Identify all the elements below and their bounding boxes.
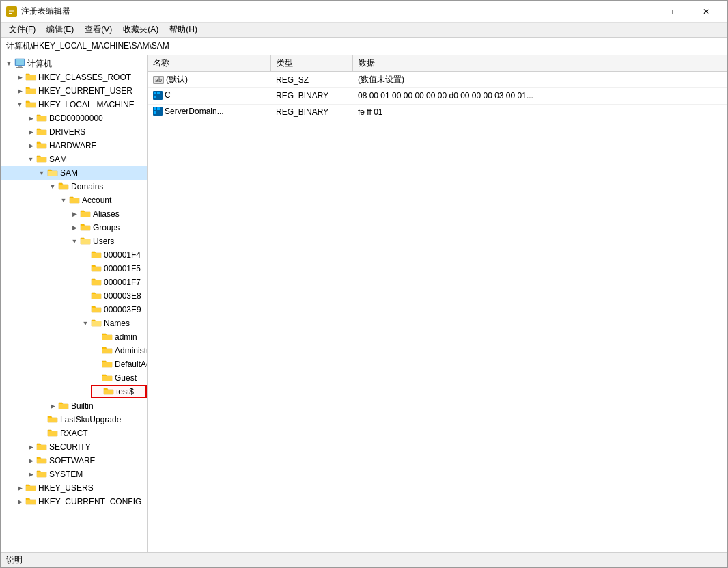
tree-item-software[interactable]: ▶ SOFTWARE	[1, 454, 147, 468]
tree-item-domains[interactable]: ▼ Domains	[1, 180, 147, 193]
tree-item-builtin[interactable]: ▶ Builtin	[1, 399, 147, 413]
toggle-aliases[interactable]: ▶	[69, 208, 80, 219]
tree-item-000001f5[interactable]: ▶ 000001F5	[1, 262, 147, 275]
title-bar-left: 注册表编辑器	[6, 5, 70, 17]
reg-name-serverdomain: ServerDomain...	[148, 104, 270, 120]
tree-item-hkcc[interactable]: ▶ HKEY_CURRENT_CONFIG	[1, 495, 147, 509]
tree-label-builtin: Builtin	[71, 401, 94, 411]
tree-item-administrator[interactable]: Administr...	[1, 344, 147, 357]
svg-rect-9	[154, 92, 156, 94]
table-row[interactable]: ab (默认) REG_SZ (数值未设置)	[148, 72, 727, 88]
tree-item-hku[interactable]: ▶ HKEY_USERS	[1, 481, 147, 495]
toggle-computer[interactable]: ▼	[3, 58, 14, 69]
folder-icon-administrator	[102, 345, 113, 357]
menu-file[interactable]: 文件(F)	[3, 23, 41, 37]
tree-label-users: Users	[93, 236, 114, 246]
tree-label-hku: HKEY_USERS	[38, 483, 94, 493]
tree-item-computer[interactable]: ▼ 计算机	[1, 57, 147, 70]
tree-item-aliases[interactable]: ▶ Aliases	[1, 207, 147, 221]
tree-item-hardware[interactable]: ▶ HARDWARE	[1, 139, 147, 152]
tree-item-groups[interactable]: ▶ Groups	[1, 221, 147, 234]
folder-icon-hkcc	[25, 496, 36, 508]
toggle-hardware[interactable]: ▶	[25, 140, 36, 151]
folder-icon-names	[91, 318, 102, 329]
toggle-sam-root[interactable]: ▼	[25, 154, 36, 165]
reg-data-default: (数值未设置)	[352, 72, 727, 88]
tree-item-rxact[interactable]: RXACT	[1, 427, 147, 440]
folder-icon-bcd	[36, 113, 47, 124]
folder-icon-users	[80, 236, 91, 247]
table-row[interactable]: C REG_BINARY 08 00 01 00 00 00 00 00 d0 …	[148, 88, 727, 105]
binary-icon-c	[153, 91, 163, 100]
col-header-type: 类型	[270, 55, 352, 72]
folder-icon-drivers	[36, 126, 47, 138]
tree-item-000003e8[interactable]: ▶ 000003E8	[1, 289, 147, 303]
folder-icon-hardware	[36, 140, 47, 152]
folder-icon-000003e9	[91, 304, 102, 316]
reg-name-label-serverdomain: ServerDomain...	[165, 107, 224, 116]
tree-item-hklm[interactable]: ▼ HKEY_LOCAL_MACHINE	[1, 98, 147, 111]
tree-label-000003e9: 000003E9	[104, 305, 141, 314]
toggle-users[interactable]: ▼	[69, 236, 80, 247]
tree-item-system[interactable]: ▶ SYSTEM	[1, 468, 147, 481]
toggle-bcd[interactable]: ▶	[25, 113, 36, 124]
toggle-domains[interactable]: ▼	[47, 181, 58, 192]
folder-icon-sam-sam	[47, 167, 58, 179]
toggle-builtin[interactable]: ▶	[47, 401, 58, 411]
tree-item-names[interactable]: ▼ Names	[1, 316, 147, 330]
toggle-system[interactable]: ▶	[25, 469, 36, 480]
tree-item-sam-sam[interactable]: ▼ SAM	[1, 166, 147, 180]
svg-rect-7	[16, 59, 24, 65]
toggle-names[interactable]: ▼	[80, 318, 91, 329]
tree-item-hkcr[interactable]: ▶ HKEY_CLASSES_ROOT	[1, 70, 147, 84]
detail-pane: 名称 类型 数据 ab (默认) REG_SZ	[148, 55, 727, 552]
toggle-account[interactable]: ▼	[58, 195, 69, 206]
svg-rect-6	[16, 67, 23, 68]
toggle-hkcu[interactable]: ▶	[14, 85, 25, 96]
tree-item-account[interactable]: ▼ Account	[1, 193, 147, 207]
tree-item-tests[interactable]: test$	[91, 385, 147, 398]
menu-favorites[interactable]: 收藏夹(A)	[117, 23, 164, 37]
title-bar: 注册表编辑器 — □ ✕	[1, 1, 727, 23]
toggle-hkcc[interactable]: ▶	[14, 496, 25, 507]
menu-edit[interactable]: 编辑(E)	[41, 23, 79, 37]
svg-rect-3	[9, 13, 12, 14]
svg-rect-1	[9, 10, 14, 11]
toggle-drivers[interactable]: ▶	[25, 126, 36, 137]
tree-label-drivers: DRIVERS	[49, 127, 85, 137]
tree-label-admin: admin	[115, 332, 137, 342]
tree-label-000001f4: 000001F4	[104, 250, 141, 260]
minimize-button[interactable]: —	[628, 1, 659, 23]
status-text: 说明	[6, 554, 23, 566]
toggle-groups[interactable]: ▶	[69, 222, 80, 233]
toggle-hku[interactable]: ▶	[14, 483, 25, 493]
tree-item-000001f4[interactable]: ▶ 000001F4	[1, 248, 147, 262]
tree-item-lastsku[interactable]: LastSkuUpgrade	[1, 413, 147, 427]
toggle-software[interactable]: ▶	[25, 455, 36, 466]
maximize-button[interactable]: □	[659, 1, 690, 23]
tree-pane[interactable]: ▼ 计算机 ▶ HKEY_CLASSES_ROOT	[1, 55, 148, 552]
tree-item-hkcu[interactable]: ▶ HKEY_CURRENT_USER	[1, 84, 147, 98]
tree-item-bcd[interactable]: ▶ BCD00000000	[1, 111, 147, 125]
folder-icon-groups	[80, 222, 91, 234]
toggle-hkcr[interactable]: ▶	[14, 72, 25, 83]
tree-label-security: SECURITY	[49, 442, 91, 452]
tree-item-000003e9[interactable]: ▶ 000003E9	[1, 303, 147, 316]
close-button[interactable]: ✕	[690, 1, 722, 23]
folder-icon-defaultaccount	[102, 359, 113, 370]
toggle-security[interactable]: ▶	[25, 442, 36, 452]
tree-item-security[interactable]: ▶ SECURITY	[1, 440, 147, 454]
tree-item-drivers[interactable]: ▶ DRIVERS	[1, 125, 147, 139]
table-row[interactable]: ServerDomain... REG_BINARY fe ff 01	[148, 104, 727, 120]
tree-item-users[interactable]: ▼ Users	[1, 234, 147, 248]
toggle-sam-sam[interactable]: ▼	[36, 167, 47, 178]
tree-item-guest[interactable]: Guest	[1, 371, 147, 385]
tree-item-sam-root[interactable]: ▼ SAM	[1, 152, 147, 166]
tree-label-groups: Groups	[93, 223, 120, 232]
tree-item-defaultaccount[interactable]: DefaultAc...	[1, 357, 147, 371]
tree-item-000001f7[interactable]: ▶ 000001F7	[1, 275, 147, 289]
menu-help[interactable]: 帮助(H)	[164, 23, 203, 37]
toggle-hklm[interactable]: ▼	[14, 99, 25, 110]
menu-view[interactable]: 查看(V)	[79, 23, 117, 37]
tree-item-admin[interactable]: admin	[1, 330, 147, 344]
